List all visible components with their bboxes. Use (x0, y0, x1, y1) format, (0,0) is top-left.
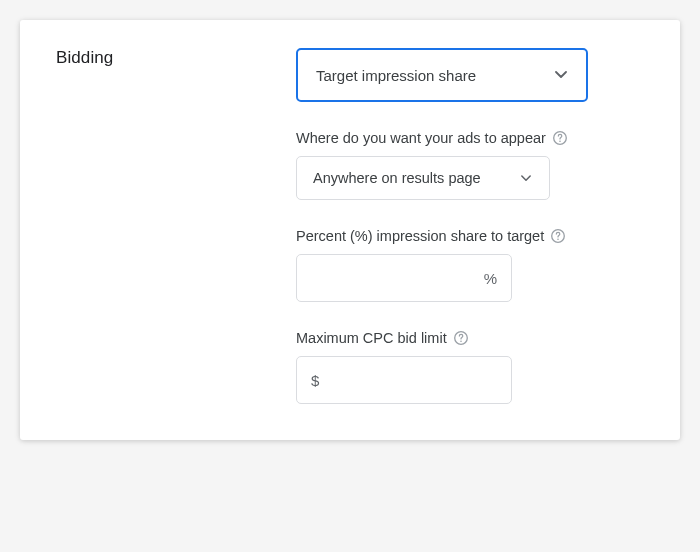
percent-target-label-row: Percent (%) impression share to target (296, 228, 648, 244)
help-icon[interactable] (552, 130, 568, 146)
max-cpc-input-box[interactable]: $ (296, 356, 512, 404)
section-title: Bidding (56, 48, 266, 68)
bidding-strategy-group: Target impression share (296, 48, 648, 102)
help-icon[interactable] (453, 330, 469, 346)
ads-location-label-row: Where do you want your ads to appear (296, 130, 648, 146)
bidding-strategy-value: Target impression share (316, 67, 476, 84)
svg-point-3 (557, 239, 559, 241)
percent-target-group: Percent (%) impression share to target % (296, 228, 648, 302)
bidding-strategy-select[interactable]: Target impression share (296, 48, 588, 102)
ads-location-group: Where do you want your ads to appear Any… (296, 130, 648, 200)
ads-location-label: Where do you want your ads to appear (296, 130, 546, 146)
svg-point-1 (559, 141, 561, 143)
max-cpc-group: Maximum CPC bid limit $ (296, 330, 648, 404)
max-cpc-input[interactable] (327, 372, 497, 389)
max-cpc-label-row: Maximum CPC bid limit (296, 330, 648, 346)
right-column: Target impression share Where do you wan… (296, 48, 648, 404)
percent-target-input[interactable] (311, 270, 478, 287)
percent-suffix: % (484, 270, 497, 287)
percent-target-input-box[interactable]: % (296, 254, 512, 302)
percent-target-label: Percent (%) impression share to target (296, 228, 544, 244)
help-icon[interactable] (550, 228, 566, 244)
chevron-down-icon (515, 167, 537, 189)
svg-point-5 (460, 341, 462, 343)
ads-location-select[interactable]: Anywhere on results page (296, 156, 550, 200)
currency-prefix: $ (311, 372, 319, 389)
ads-location-value: Anywhere on results page (313, 170, 481, 186)
chevron-down-icon (550, 64, 572, 86)
left-column: Bidding (56, 48, 266, 404)
bidding-card: Bidding Target impression share Where do… (20, 20, 680, 440)
max-cpc-label: Maximum CPC bid limit (296, 330, 447, 346)
